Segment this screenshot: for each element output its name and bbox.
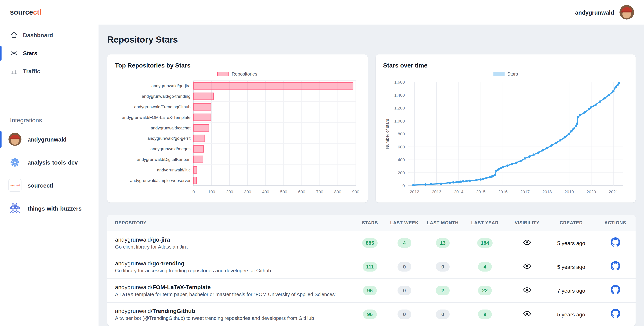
visibility-eye-icon xyxy=(523,262,531,270)
legend-swatch-repositories xyxy=(218,72,229,76)
svg-text:andygrunwald/simple-webserver: andygrunwald/simple-webserver xyxy=(130,178,190,183)
table-row: andygrunwald/go-jira Go client library f… xyxy=(107,231,636,255)
visibility-eye-icon xyxy=(523,309,531,318)
main-nav: Dashboard Stars Traffic xyxy=(0,26,98,80)
svg-text:2018: 2018 xyxy=(542,189,552,194)
created-at: 5 years ago xyxy=(548,231,594,255)
svg-text:2014: 2014 xyxy=(454,189,463,194)
repositories-table: Repository Stars Last week Last month La… xyxy=(107,215,636,326)
sidebar-integration-analysis-tools-dev[interactable]: analysis-tools-dev xyxy=(0,151,98,174)
svg-text:2012: 2012 xyxy=(410,189,419,194)
visibility-eye-icon xyxy=(523,238,531,246)
svg-text:andygrunwald/cachet: andygrunwald/cachet xyxy=(151,126,190,130)
sidebar-integration-sourcectl[interactable]: sourcectl sourcectl xyxy=(0,174,98,197)
repo-link[interactable]: andygrunwald/go-jira xyxy=(115,236,353,243)
sidebar-item-label: Traffic xyxy=(23,68,40,74)
svg-text:2016: 2016 xyxy=(498,189,507,194)
github-link-icon[interactable] xyxy=(610,309,620,318)
last-month-badge: 13 xyxy=(436,238,450,248)
sidebar-item-traffic[interactable]: Traffic xyxy=(0,62,98,80)
traffic-chart-icon xyxy=(10,67,18,75)
sidebar-item-stars[interactable]: Stars xyxy=(0,44,98,62)
brand-suffix: ctl xyxy=(33,8,41,16)
svg-text:800: 800 xyxy=(398,132,404,136)
svg-text:200: 200 xyxy=(398,170,404,175)
last-week-badge: 0 xyxy=(398,262,411,271)
repo-description: A twitter bot (@TrendingGithub) to tweet… xyxy=(115,315,353,321)
sidebar-item-dashboard[interactable]: Dashboard xyxy=(0,26,98,44)
legend-label: Stars xyxy=(507,71,518,77)
repo-description: Go library for accessing trending reposi… xyxy=(115,268,353,273)
svg-text:500: 500 xyxy=(280,189,287,194)
sidebar-integration-andygrunwald[interactable]: andygrunwald xyxy=(0,128,98,151)
svg-text:400: 400 xyxy=(262,189,269,194)
stars-badge: 111 xyxy=(363,262,378,271)
svg-text:0: 0 xyxy=(192,189,195,194)
repo-link[interactable]: andygrunwald/TrendingGithub xyxy=(115,307,353,314)
github-link-icon[interactable] xyxy=(610,285,620,294)
brand-prefix: source xyxy=(10,8,33,16)
svg-text:andygrunwald/go-gerrit: andygrunwald/go-gerrit xyxy=(148,136,190,141)
svg-text:2017: 2017 xyxy=(520,189,530,194)
sidebar-integration-things-with-buzzers[interactable]: things-with-buzzers xyxy=(0,197,98,220)
svg-text:1,400: 1,400 xyxy=(394,93,404,98)
repo-link[interactable]: andygrunwald/go-trending xyxy=(115,260,353,266)
last-year-badge: 22 xyxy=(478,286,492,295)
integration-label: andygrunwald xyxy=(28,136,66,142)
table-header-row: Repository Stars Last week Last month La… xyxy=(107,215,636,231)
svg-text:0: 0 xyxy=(402,183,404,188)
repo-description: A LaTeX template for term paper, bachelo… xyxy=(115,291,353,297)
bar-chart-legend: Repositories xyxy=(115,71,360,77)
top-repositories-card: Top Repositories by Stars Repositories 0… xyxy=(107,55,368,202)
stars-badge: 885 xyxy=(362,238,378,248)
col-last-month: Last month xyxy=(422,215,464,231)
page-title: Repository Stars xyxy=(107,35,636,45)
svg-text:Number of stars: Number of stars xyxy=(385,119,390,149)
topbar: andygrunwald xyxy=(98,0,644,25)
topbar-avatar[interactable] xyxy=(620,5,634,20)
stars-badge: 96 xyxy=(363,309,377,319)
line-chart-svg: 02004006008001,0001,2001,4001,6002012201… xyxy=(383,78,628,197)
col-stars: Stars xyxy=(353,215,387,231)
svg-text:400: 400 xyxy=(398,157,404,162)
integrations-title: Integrations xyxy=(10,117,98,124)
sidebar: sourcectl Dashboard Stars Traffic xyxy=(0,0,98,326)
buzzer-icon-svg xyxy=(10,203,20,213)
repositories-table-card: Repository Stars Last week Last month La… xyxy=(107,215,636,326)
gear-icon xyxy=(8,156,22,169)
svg-text:1,200: 1,200 xyxy=(394,106,404,110)
topbar-username[interactable]: andygrunwald xyxy=(575,9,614,16)
integration-label: sourcectl xyxy=(28,182,53,188)
svg-text:900: 900 xyxy=(352,189,360,194)
svg-text:2020: 2020 xyxy=(586,189,596,194)
svg-text:andygrunwald/go-trending: andygrunwald/go-trending xyxy=(142,94,190,99)
app-logo[interactable]: sourcectl xyxy=(0,0,98,25)
integration-label: things-with-buzzers xyxy=(28,205,82,211)
table-row: andygrunwald/FOM-LaTeX-Template A LaTeX … xyxy=(107,279,636,302)
last-year-badge: 4 xyxy=(478,262,492,271)
repo-description: Go client library for Atlassian Jira xyxy=(115,244,353,250)
svg-text:700: 700 xyxy=(316,189,323,194)
svg-text:300: 300 xyxy=(244,189,251,194)
created-at: 7 years ago xyxy=(548,279,594,302)
svg-text:andygrunwald/jitic: andygrunwald/jitic xyxy=(157,168,190,172)
svg-text:2015: 2015 xyxy=(476,189,485,194)
svg-text:600: 600 xyxy=(298,189,305,194)
col-repository: Repository xyxy=(107,215,353,231)
stars-badge: 96 xyxy=(363,286,377,295)
repo-link[interactable]: andygrunwald/FOM-LaTeX-Template xyxy=(115,284,353,290)
col-last-year: Last year xyxy=(464,215,506,231)
svg-text:800: 800 xyxy=(334,189,341,194)
legend-label: Repositories xyxy=(232,71,257,77)
github-link-icon[interactable] xyxy=(610,237,620,247)
created-at: 5 years ago xyxy=(548,255,594,279)
github-link-icon[interactable] xyxy=(610,261,620,271)
star-icon xyxy=(10,49,18,57)
svg-text:andygrunwald/FOM-LaTeX-Templat: andygrunwald/FOM-LaTeX-Template xyxy=(122,115,190,120)
last-month-badge: 0 xyxy=(436,309,450,319)
svg-text:andygrunwald/DigitalKanban: andygrunwald/DigitalKanban xyxy=(137,157,190,162)
svg-text:2013: 2013 xyxy=(432,189,441,194)
last-week-badge: 0 xyxy=(398,286,411,295)
col-created: Created xyxy=(548,215,594,231)
last-month-badge: 2 xyxy=(436,286,450,295)
